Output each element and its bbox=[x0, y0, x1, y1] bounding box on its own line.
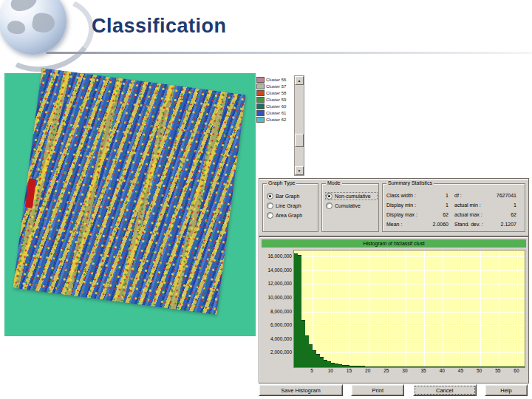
save-histogram-button[interactable]: Save Histogram bbox=[259, 384, 343, 396]
legend-color-chip bbox=[256, 97, 265, 103]
radio-button-icon bbox=[267, 193, 273, 200]
summary-statistics-groupbox: Summary Statistics Class width :1Display… bbox=[382, 183, 525, 232]
v-gridline bbox=[387, 250, 388, 367]
cluster-legend: Cluster 56Cluster 57Cluster 58Cluster 59… bbox=[256, 75, 304, 176]
radio-option-label: Cumulative bbox=[335, 203, 361, 208]
legend-scrollbar[interactable]: ▲ ▼ bbox=[294, 75, 304, 176]
histogram-bar bbox=[521, 366, 525, 367]
stat-row: Stand. dev. :2.1207 bbox=[454, 219, 522, 229]
legend-item-label: Cluster 58 bbox=[266, 91, 286, 95]
mode-label: Mode bbox=[326, 180, 342, 185]
legend-item[interactable]: Cluster 61 bbox=[256, 109, 293, 116]
legend-item[interactable]: Cluster 58 bbox=[256, 89, 293, 96]
legend-color-chip bbox=[256, 103, 265, 109]
y-tick-label: 12,000,000 bbox=[260, 281, 292, 286]
legend-color-chip bbox=[256, 83, 265, 89]
stat-value: 62 bbox=[511, 210, 516, 219]
mode-groupbox: Mode Non-cumulativeCumulative bbox=[321, 183, 379, 232]
radio-option-label: Non-cumulative bbox=[335, 194, 371, 199]
radio-button-icon bbox=[326, 202, 332, 209]
v-gridline bbox=[406, 250, 406, 367]
globe-land-icon bbox=[31, 12, 56, 35]
legend-item[interactable]: Cluster 56 bbox=[256, 76, 293, 83]
graph-type-options: Bar GraphLine GraphArea Graph bbox=[267, 190, 316, 219]
cancel-button[interactable]: Cancel bbox=[413, 384, 477, 396]
x-tick-label: 35 bbox=[417, 368, 430, 373]
stat-row: Display min :1 bbox=[386, 200, 454, 210]
classified-image-panel bbox=[4, 73, 256, 336]
page-title: Classification bbox=[92, 15, 227, 38]
h-gridline bbox=[294, 325, 525, 326]
radio-option-bar-graph[interactable]: Bar Graph bbox=[267, 193, 316, 200]
h-gridline bbox=[294, 256, 525, 257]
h-gridline bbox=[294, 270, 525, 271]
radio-option-cumulative[interactable]: Cumulative bbox=[326, 202, 377, 209]
classified-satellite-image bbox=[13, 68, 246, 315]
stat-label: Display max : bbox=[386, 210, 417, 219]
radio-button-icon bbox=[267, 202, 273, 209]
x-tick-label: 10 bbox=[324, 368, 337, 373]
stat-row: actual max :62 bbox=[454, 210, 522, 219]
x-tick-label: 15 bbox=[342, 368, 355, 373]
legend-item-label: Cluster 57 bbox=[266, 84, 286, 89]
histogram-window: Histogram of htclassif clust 2,000,0004,… bbox=[259, 236, 529, 383]
x-tick-label: 5 bbox=[305, 368, 318, 373]
radio-option-label: Bar Graph bbox=[276, 194, 299, 199]
help-button[interactable]: Help bbox=[485, 384, 528, 396]
v-gridline bbox=[480, 250, 481, 367]
stat-value: 2.1207 bbox=[501, 219, 516, 229]
radio-option-area-graph[interactable]: Area Graph bbox=[267, 212, 316, 219]
x-tick-label: 45 bbox=[454, 368, 467, 373]
y-tick-label: 14,000,000 bbox=[260, 267, 292, 273]
legend-item-label: Cluster 56 bbox=[266, 78, 286, 82]
stat-row: df :7627041 bbox=[454, 191, 522, 200]
stat-row: Display max :62 bbox=[386, 210, 454, 219]
radio-option-non-cumulative[interactable]: Non-cumulative bbox=[326, 193, 377, 200]
radio-option-line-graph[interactable]: Line Graph bbox=[267, 202, 316, 209]
legend-item[interactable]: Cluster 57 bbox=[256, 83, 293, 89]
legend-item-label: Cluster 62 bbox=[266, 117, 286, 122]
y-tick-label: 4,000,000 bbox=[260, 336, 292, 341]
graph-type-label: Graph Type bbox=[267, 180, 296, 185]
x-tick-label: 40 bbox=[435, 368, 449, 373]
histogram-options-dialog: Graph Type Bar GraphLine GraphArea Graph… bbox=[259, 178, 529, 236]
legend-item[interactable]: Cluster 59 bbox=[256, 96, 293, 103]
slide: Classification Cluster 56Cluster 57Clust… bbox=[0, 0, 532, 399]
legend-item[interactable]: Cluster 60 bbox=[256, 103, 293, 109]
legend-item[interactable]: Cluster 62 bbox=[256, 116, 293, 123]
stats-col-right: df :7627041actual min :1actual max :62St… bbox=[454, 191, 522, 229]
histogram-plot bbox=[293, 250, 525, 368]
h-gridline bbox=[294, 312, 525, 313]
v-gridline bbox=[349, 250, 350, 367]
red-cluster-region bbox=[25, 178, 36, 208]
scroll-down-icon[interactable]: ▼ bbox=[295, 166, 304, 175]
x-tick-label: 25 bbox=[380, 368, 393, 373]
y-tick-label: 8,000,000 bbox=[260, 309, 292, 314]
x-tick-label: 30 bbox=[398, 368, 412, 373]
stat-label: Mean : bbox=[386, 219, 402, 229]
summary-statistics-label: Summary Statistics bbox=[386, 180, 434, 185]
v-gridline bbox=[369, 250, 369, 367]
stat-label: df : bbox=[454, 191, 462, 200]
stat-label: Display min : bbox=[386, 200, 416, 210]
stat-value: 1 bbox=[514, 200, 516, 210]
v-gridline bbox=[517, 250, 518, 367]
scroll-up-icon[interactable]: ▲ bbox=[295, 76, 304, 85]
y-tick-label: 6,000,000 bbox=[260, 322, 292, 327]
x-tick-label: 20 bbox=[361, 368, 375, 373]
cluster-legend-list: Cluster 56Cluster 57Cluster 58Cluster 59… bbox=[256, 76, 293, 123]
x-tick-label: 50 bbox=[473, 368, 486, 373]
scrollbar-thumb[interactable] bbox=[295, 134, 304, 147]
stat-value: 62 bbox=[443, 210, 449, 219]
stat-row: actual min :1 bbox=[454, 200, 522, 210]
stat-row: Class width :1 bbox=[386, 191, 454, 200]
radio-button-icon bbox=[267, 212, 273, 219]
summary-statistics-table: Class width :1Display min :1Display max … bbox=[386, 191, 522, 229]
print-button[interactable]: Print bbox=[351, 384, 404, 396]
v-gridline bbox=[331, 250, 332, 367]
h-gridline bbox=[294, 298, 525, 299]
legend-color-chip bbox=[256, 77, 265, 83]
stat-label: actual max : bbox=[454, 210, 482, 219]
graph-type-groupbox: Graph Type Bar GraphLine GraphArea Graph bbox=[262, 183, 318, 232]
header-divider bbox=[46, 52, 532, 54]
